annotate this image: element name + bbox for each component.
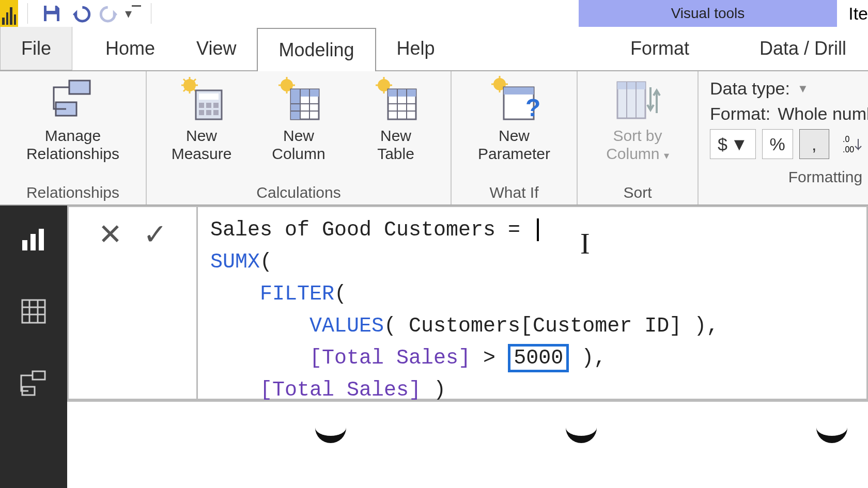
separator	[151, 3, 151, 24]
group-label: Formatting	[710, 168, 868, 186]
manage-relationships-button[interactable]: Manage Relationships	[13, 75, 132, 163]
new-parameter-button[interactable]: ? New Parameter	[465, 75, 563, 163]
data-type-label: Data type:	[710, 78, 790, 99]
svg-rect-40	[504, 87, 534, 95]
tab-home[interactable]: Home	[85, 27, 176, 70]
data-view-button[interactable]	[16, 293, 52, 329]
sort-by-column-button[interactable]: Sort by Column ▾	[591, 75, 684, 163]
formula-commit-button[interactable]: ✓	[143, 217, 167, 251]
workspace: Iter ✕ ✓ Sales of Good Customers = I SUM…	[0, 206, 868, 488]
app-icon	[0, 0, 18, 27]
undo-button[interactable]	[66, 1, 95, 26]
data-type-dropdown[interactable]: ▼	[797, 82, 809, 96]
svg-rect-10	[199, 93, 219, 100]
svg-rect-11	[199, 103, 204, 108]
svg-text:.0: .0	[843, 135, 849, 144]
svg-rect-16	[213, 110, 219, 115]
new-column-button[interactable]: New Column	[257, 75, 340, 163]
label: Relationships	[26, 145, 119, 163]
formula-bar: ✕ ✓ Sales of Good Customers = I SUMX( FI…	[67, 206, 868, 402]
thousand-separator-button[interactable]: ,	[799, 129, 829, 159]
background-shapes	[315, 412, 847, 453]
formula-editor[interactable]: Sales of Good Customers = I SUMX( FILTER…	[196, 206, 868, 400]
svg-text:?: ?	[525, 94, 540, 121]
text-caret	[537, 218, 539, 241]
svg-rect-14	[199, 110, 204, 115]
quick-access-toolbar: ▾ Visual tools Ite	[0, 0, 868, 27]
report-view-button[interactable]	[16, 221, 52, 257]
group-whatif: ? New Parameter What If	[452, 71, 578, 204]
svg-rect-0	[47, 6, 55, 11]
redo-button[interactable]	[95, 1, 124, 26]
chevron-down-icon: ▾	[664, 150, 669, 161]
tab-format[interactable]: Format	[610, 27, 739, 70]
table-icon	[370, 75, 422, 123]
label: Sort by	[613, 127, 662, 145]
tab-modeling[interactable]: Modeling	[257, 28, 376, 71]
label: Parameter	[478, 145, 550, 163]
svg-rect-13	[213, 103, 219, 108]
group-sort: Sort by Column ▾ Sort	[578, 71, 699, 204]
group-label: Relationships	[26, 181, 119, 202]
truncated-text: Ite	[842, 4, 868, 24]
percent-format-button[interactable]: %	[762, 129, 793, 159]
svg-rect-51	[22, 300, 45, 323]
group-relationships: Manage Relationships Relationships	[0, 71, 147, 204]
view-rail	[0, 206, 67, 488]
contextual-tab-header: Visual tools	[579, 0, 837, 27]
group-calculations: New Measure New Column New Table Calcula…	[147, 71, 452, 204]
new-table-button[interactable]: New Table	[354, 75, 437, 163]
threshold-highlight: 5000	[508, 344, 569, 372]
svg-rect-49	[30, 234, 36, 250]
svg-rect-31	[388, 89, 416, 97]
save-button[interactable]	[37, 1, 66, 26]
label: New	[380, 127, 411, 145]
svg-rect-50	[39, 229, 44, 250]
label: New	[283, 127, 314, 145]
svg-rect-1	[47, 14, 57, 21]
tab-view[interactable]: View	[176, 27, 257, 70]
group-label: Calculations	[256, 181, 340, 202]
svg-rect-43	[617, 82, 645, 89]
group-label: Sort	[623, 181, 652, 202]
qat-customize-button[interactable]: ▾	[124, 1, 142, 26]
svg-rect-15	[206, 110, 211, 115]
format-label: Format:	[710, 104, 770, 124]
label: New	[499, 127, 530, 145]
tab-data-drill[interactable]: Data / Drill	[739, 27, 868, 70]
ribbon: Manage Relationships Relationships New M…	[0, 70, 868, 206]
text-cursor-icon: I	[580, 222, 590, 266]
svg-rect-2	[69, 81, 90, 94]
label: Column ▾	[606, 145, 669, 163]
group-label: What If	[489, 181, 538, 202]
sort-icon	[612, 75, 663, 123]
svg-rect-48	[22, 240, 27, 250]
tab-file[interactable]: File	[0, 27, 72, 70]
ribbon-tabs: File Home View Modeling Help Format Data…	[0, 27, 868, 70]
label: Measure	[172, 145, 232, 163]
column-icon	[273, 75, 324, 123]
model-view-button[interactable]	[16, 366, 52, 402]
svg-rect-12	[206, 103, 211, 108]
measure-icon	[176, 75, 227, 123]
tab-help[interactable]: Help	[376, 27, 456, 70]
svg-text:.00: .00	[843, 145, 854, 154]
label: New	[186, 127, 217, 145]
new-measure-button[interactable]: New Measure	[160, 75, 243, 163]
svg-rect-56	[33, 371, 45, 380]
separator	[27, 3, 28, 24]
decimal-places-icon: .0.00	[835, 129, 868, 159]
label: Table	[377, 145, 414, 163]
relationships-icon	[47, 75, 99, 123]
canvas: Iter ✕ ✓ Sales of Good Customers = I SUM…	[67, 206, 868, 488]
currency-format-button[interactable]: $ ▼	[710, 129, 756, 159]
format-value[interactable]: Whole number	[778, 104, 868, 124]
parameter-icon: ?	[488, 75, 540, 123]
label: Manage	[45, 127, 101, 145]
label: Column	[272, 145, 325, 163]
group-formatting: Data type: ▼ Format: Whole number ▼ $ ▼ …	[699, 71, 868, 204]
formula-cancel-button[interactable]: ✕	[98, 217, 122, 251]
